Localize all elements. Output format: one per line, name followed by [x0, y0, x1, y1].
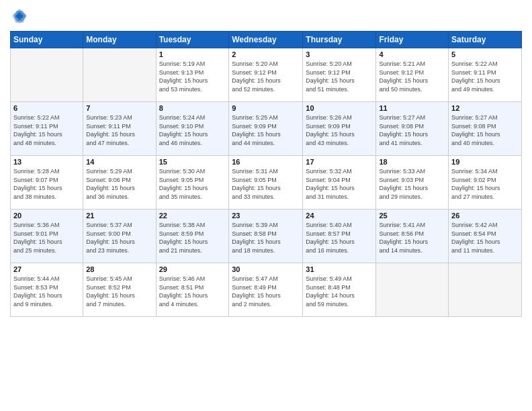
day-number: 29: [159, 265, 226, 273]
page: SundayMondayTuesdayWednesdayThursdayFrid…: [0, 0, 532, 411]
day-info: Sunrise: 5:34 AM Sunset: 9:02 PM Dayligh…: [451, 167, 519, 201]
day-number: 22: [159, 212, 226, 220]
calendar-week-row: 27Sunrise: 5:44 AM Sunset: 8:53 PM Dayli…: [11, 263, 522, 317]
weekday-header: Friday: [376, 32, 449, 48]
day-info: Sunrise: 5:49 AM Sunset: 8:48 PM Dayligh…: [306, 275, 373, 308]
day-info: Sunrise: 5:36 AM Sunset: 9:01 PM Dayligh…: [13, 221, 80, 255]
calendar-cell: 6Sunrise: 5:22 AM Sunset: 9:11 PM Daylig…: [11, 102, 83, 156]
day-info: Sunrise: 5:24 AM Sunset: 9:10 PM Dayligh…: [159, 113, 226, 147]
calendar-cell: 15Sunrise: 5:30 AM Sunset: 9:05 PM Dayli…: [156, 156, 229, 210]
day-number: 18: [379, 158, 445, 166]
day-number: 14: [86, 158, 152, 166]
calendar-cell: 7Sunrise: 5:23 AM Sunset: 9:11 PM Daylig…: [83, 102, 156, 156]
day-number: 5: [451, 50, 519, 58]
day-info: Sunrise: 5:27 AM Sunset: 9:08 PM Dayligh…: [379, 113, 445, 147]
day-number: 21: [86, 212, 152, 220]
calendar-cell: 9Sunrise: 5:25 AM Sunset: 9:09 PM Daylig…: [229, 102, 303, 156]
day-number: 25: [379, 212, 445, 220]
day-info: Sunrise: 5:20 AM Sunset: 9:12 PM Dayligh…: [306, 60, 373, 93]
calendar-cell: 27Sunrise: 5:44 AM Sunset: 8:53 PM Dayli…: [11, 263, 83, 317]
day-info: Sunrise: 5:22 AM Sunset: 9:11 PM Dayligh…: [13, 113, 80, 147]
day-number: 16: [232, 158, 300, 166]
header: [10, 7, 522, 26]
day-number: 2: [232, 50, 300, 58]
day-info: Sunrise: 5:32 AM Sunset: 9:04 PM Dayligh…: [306, 167, 373, 201]
calendar-cell: 16Sunrise: 5:31 AM Sunset: 9:05 PM Dayli…: [229, 156, 303, 210]
calendar-cell: 22Sunrise: 5:38 AM Sunset: 8:59 PM Dayli…: [156, 210, 229, 263]
calendar-cell: 25Sunrise: 5:41 AM Sunset: 8:56 PM Dayli…: [376, 210, 449, 263]
calendar-cell: 20Sunrise: 5:36 AM Sunset: 9:01 PM Dayli…: [11, 210, 83, 263]
day-info: Sunrise: 5:20 AM Sunset: 9:12 PM Dayligh…: [232, 60, 300, 93]
day-info: Sunrise: 5:33 AM Sunset: 9:03 PM Dayligh…: [379, 167, 445, 201]
weekday-header: Tuesday: [156, 32, 229, 48]
day-number: 1: [159, 50, 226, 58]
day-number: 27: [13, 265, 80, 273]
calendar-week-row: 13Sunrise: 5:28 AM Sunset: 9:07 PM Dayli…: [11, 156, 522, 210]
day-info: Sunrise: 5:28 AM Sunset: 9:07 PM Dayligh…: [13, 167, 80, 201]
day-number: 26: [451, 212, 519, 220]
day-info: Sunrise: 5:38 AM Sunset: 8:59 PM Dayligh…: [159, 221, 226, 255]
day-number: 9: [232, 104, 300, 112]
day-number: 13: [13, 158, 80, 166]
day-number: 8: [159, 104, 226, 112]
calendar-cell: 12Sunrise: 5:27 AM Sunset: 9:08 PM Dayli…: [449, 102, 522, 156]
day-info: Sunrise: 5:27 AM Sunset: 9:08 PM Dayligh…: [451, 113, 519, 147]
calendar-cell: 10Sunrise: 5:26 AM Sunset: 9:09 PM Dayli…: [303, 102, 376, 156]
day-info: Sunrise: 5:37 AM Sunset: 9:00 PM Dayligh…: [86, 221, 152, 255]
calendar-cell: 28Sunrise: 5:45 AM Sunset: 8:52 PM Dayli…: [83, 263, 156, 317]
day-number: 10: [306, 104, 373, 112]
day-info: Sunrise: 5:46 AM Sunset: 8:51 PM Dayligh…: [159, 275, 226, 308]
calendar-cell: 18Sunrise: 5:33 AM Sunset: 9:03 PM Dayli…: [376, 156, 449, 210]
day-number: 11: [379, 104, 445, 112]
calendar-cell: 30Sunrise: 5:47 AM Sunset: 8:49 PM Dayli…: [229, 263, 303, 317]
calendar-cell: [11, 48, 83, 102]
day-info: Sunrise: 5:25 AM Sunset: 9:09 PM Dayligh…: [232, 113, 300, 147]
weekday-header-row: SundayMondayTuesdayWednesdayThursdayFrid…: [11, 32, 522, 48]
day-number: 4: [379, 50, 445, 58]
day-number: 30: [232, 265, 300, 273]
calendar-cell: 5Sunrise: 5:22 AM Sunset: 9:11 PM Daylig…: [449, 48, 522, 102]
day-number: 6: [13, 104, 80, 112]
calendar-cell: 23Sunrise: 5:39 AM Sunset: 8:58 PM Dayli…: [229, 210, 303, 263]
calendar-cell: 2Sunrise: 5:20 AM Sunset: 9:12 PM Daylig…: [229, 48, 303, 102]
calendar-cell: 17Sunrise: 5:32 AM Sunset: 9:04 PM Dayli…: [303, 156, 376, 210]
day-number: 24: [306, 212, 373, 220]
calendar-cell: 3Sunrise: 5:20 AM Sunset: 9:12 PM Daylig…: [303, 48, 376, 102]
weekday-header: Saturday: [449, 32, 522, 48]
calendar-cell: [376, 263, 449, 317]
calendar-cell: 8Sunrise: 5:24 AM Sunset: 9:10 PM Daylig…: [156, 102, 229, 156]
calendar-cell: [83, 48, 156, 102]
calendar-cell: 11Sunrise: 5:27 AM Sunset: 9:08 PM Dayli…: [376, 102, 449, 156]
calendar-cell: 13Sunrise: 5:28 AM Sunset: 9:07 PM Dayli…: [11, 156, 83, 210]
day-info: Sunrise: 5:29 AM Sunset: 9:06 PM Dayligh…: [86, 167, 152, 201]
day-info: Sunrise: 5:21 AM Sunset: 9:12 PM Dayligh…: [379, 60, 445, 93]
logo: [10, 7, 32, 26]
day-info: Sunrise: 5:31 AM Sunset: 9:05 PM Dayligh…: [232, 167, 300, 201]
calendar-week-row: 20Sunrise: 5:36 AM Sunset: 9:01 PM Dayli…: [11, 210, 522, 263]
weekday-header: Sunday: [11, 32, 83, 48]
calendar-cell: 4Sunrise: 5:21 AM Sunset: 9:12 PM Daylig…: [376, 48, 449, 102]
calendar-cell: 14Sunrise: 5:29 AM Sunset: 9:06 PM Dayli…: [83, 156, 156, 210]
calendar-cell: 21Sunrise: 5:37 AM Sunset: 9:00 PM Dayli…: [83, 210, 156, 263]
day-info: Sunrise: 5:44 AM Sunset: 8:53 PM Dayligh…: [13, 275, 80, 308]
day-number: 7: [86, 104, 152, 112]
day-info: Sunrise: 5:45 AM Sunset: 8:52 PM Dayligh…: [86, 275, 152, 308]
day-number: 12: [451, 104, 519, 112]
day-info: Sunrise: 5:42 AM Sunset: 8:54 PM Dayligh…: [451, 221, 519, 255]
calendar-cell: 1Sunrise: 5:19 AM Sunset: 9:13 PM Daylig…: [156, 48, 229, 102]
day-info: Sunrise: 5:22 AM Sunset: 9:11 PM Dayligh…: [451, 60, 519, 93]
day-info: Sunrise: 5:19 AM Sunset: 9:13 PM Dayligh…: [159, 60, 226, 93]
day-info: Sunrise: 5:41 AM Sunset: 8:56 PM Dayligh…: [379, 221, 445, 255]
day-number: 3: [306, 50, 373, 58]
calendar-week-row: 6Sunrise: 5:22 AM Sunset: 9:11 PM Daylig…: [11, 102, 522, 156]
day-number: 15: [159, 158, 226, 166]
calendar-cell: 19Sunrise: 5:34 AM Sunset: 9:02 PM Dayli…: [449, 156, 522, 210]
day-number: 31: [306, 265, 373, 273]
day-number: 20: [13, 212, 80, 220]
day-number: 23: [232, 212, 300, 220]
weekday-header: Thursday: [303, 32, 376, 48]
day-number: 19: [451, 158, 519, 166]
day-info: Sunrise: 5:39 AM Sunset: 8:58 PM Dayligh…: [232, 221, 300, 255]
calendar-table: SundayMondayTuesdayWednesdayThursdayFrid…: [10, 31, 522, 317]
calendar-cell: 31Sunrise: 5:49 AM Sunset: 8:48 PM Dayli…: [303, 263, 376, 317]
